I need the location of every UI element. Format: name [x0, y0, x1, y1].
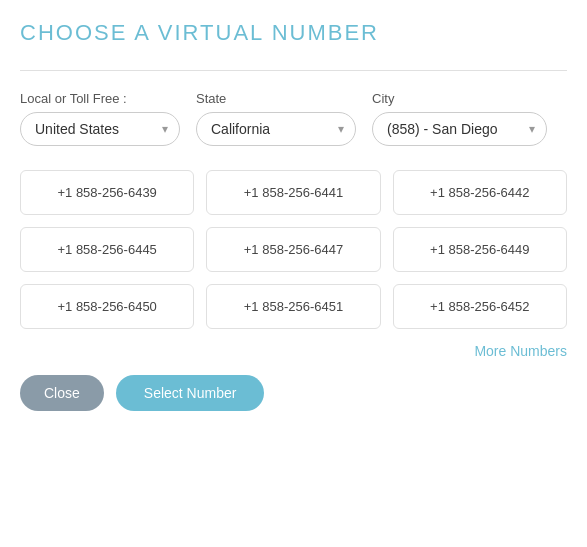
filters-row: Local or Toll Free : United StatesCanada…: [20, 91, 567, 146]
number-item[interactable]: +1 858-256-6449: [393, 227, 567, 272]
country-select[interactable]: United StatesCanadaUnited Kingdom: [20, 112, 180, 146]
divider: [20, 70, 567, 71]
state-filter-group: State CaliforniaNew YorkTexasFlorida ▾: [196, 91, 356, 146]
more-numbers-row: More Numbers: [20, 343, 567, 359]
city-select-wrapper: (858) - San Diego(619) - San Diego(818) …: [372, 112, 547, 146]
country-filter-group: Local or Toll Free : United StatesCanada…: [20, 91, 180, 146]
city-filter-group: City (858) - San Diego(619) - San Diego(…: [372, 91, 547, 146]
select-number-button[interactable]: Select Number: [116, 375, 265, 411]
close-button[interactable]: Close: [20, 375, 104, 411]
number-item[interactable]: +1 858-256-6442: [393, 170, 567, 215]
country-label: Local or Toll Free :: [20, 91, 180, 106]
city-label: City: [372, 91, 547, 106]
state-select[interactable]: CaliforniaNew YorkTexasFlorida: [196, 112, 356, 146]
number-item[interactable]: +1 858-256-6450: [20, 284, 194, 329]
more-numbers-button[interactable]: More Numbers: [474, 343, 567, 359]
number-item[interactable]: +1 858-256-6451: [206, 284, 380, 329]
number-item[interactable]: +1 858-256-6441: [206, 170, 380, 215]
number-item[interactable]: +1 858-256-6445: [20, 227, 194, 272]
number-item[interactable]: +1 858-256-6452: [393, 284, 567, 329]
state-select-wrapper: CaliforniaNew YorkTexasFlorida ▾: [196, 112, 356, 146]
page-title: CHOOSE A VIRTUAL NUMBER: [20, 20, 567, 46]
numbers-grid: +1 858-256-6439+1 858-256-6441+1 858-256…: [20, 170, 567, 329]
action-buttons: Close Select Number: [20, 375, 567, 411]
city-select[interactable]: (858) - San Diego(619) - San Diego(818) …: [372, 112, 547, 146]
country-select-wrapper: United StatesCanadaUnited Kingdom ▾: [20, 112, 180, 146]
number-item[interactable]: +1 858-256-6447: [206, 227, 380, 272]
modal-container: CHOOSE A VIRTUAL NUMBER Local or Toll Fr…: [20, 20, 567, 411]
state-label: State: [196, 91, 356, 106]
number-item[interactable]: +1 858-256-6439: [20, 170, 194, 215]
